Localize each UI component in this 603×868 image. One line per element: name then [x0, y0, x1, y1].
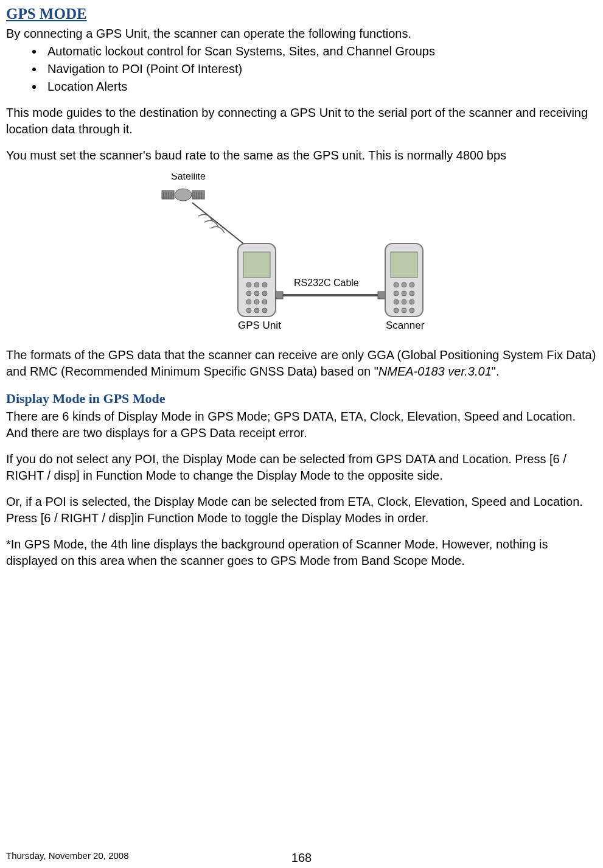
body-paragraph: You must set the scanner's baud rate to …: [6, 147, 597, 164]
svg-point-33: [402, 282, 406, 287]
svg-point-37: [410, 291, 414, 296]
svg-point-40: [410, 299, 414, 304]
section-heading: Display Mode in GPS Mode: [6, 390, 597, 408]
svg-point-16: [254, 282, 259, 287]
list-item: Location Alerts: [44, 79, 597, 95]
page-footer: Thursday, November 20, 2008 168: [6, 850, 597, 862]
svg-point-20: [262, 291, 267, 296]
gps-unit-label: GPS Unit: [238, 320, 281, 331]
footer-date: Thursday, November 20, 2008: [6, 850, 129, 861]
svg-point-39: [402, 299, 406, 304]
intro-paragraph: By connecting a GPS Unit, the scanner ca…: [6, 26, 597, 42]
text-run: The formats of the GPS data that the sca…: [6, 348, 596, 378]
svg-point-15: [246, 282, 251, 287]
svg-point-38: [394, 299, 399, 304]
page-title: GPS MODE: [6, 4, 597, 24]
svg-point-34: [410, 282, 414, 287]
list-item: Navigation to POI (Point Of Interest): [44, 61, 597, 77]
svg-point-23: [262, 299, 267, 304]
svg-point-36: [402, 291, 406, 296]
body-paragraph: This mode guides to the destination by c…: [6, 105, 597, 138]
svg-point-22: [254, 299, 259, 304]
svg-point-21: [246, 299, 251, 304]
svg-point-17: [262, 282, 267, 287]
svg-rect-14: [243, 252, 270, 278]
body-paragraph: If you do not select any POI, the Displa…: [6, 451, 597, 484]
satellite-icon: [162, 189, 204, 201]
svg-point-26: [262, 308, 267, 313]
svg-rect-31: [391, 252, 417, 278]
svg-point-25: [254, 308, 259, 313]
svg-rect-28: [276, 292, 283, 299]
satellite-label: Satellite: [171, 173, 206, 181]
feature-list: Automatic lockout control for Scan Syste…: [6, 43, 597, 95]
gps-unit-icon: [238, 243, 276, 317]
scanner-label: Scanner: [386, 320, 425, 331]
cable-label: RS232C Cable: [294, 278, 359, 288]
cable-icon: [276, 292, 385, 299]
body-paragraph: There are 6 kinds of Display Mode in GPS…: [6, 408, 597, 441]
body-paragraph: *In GPS Mode, the 4th line displays the …: [6, 536, 597, 569]
emphasis-text: NMEA-0183 ver.3.01: [378, 365, 492, 378]
gps-diagram-svg: Satellite GPS Unit: [141, 173, 463, 332]
svg-point-32: [394, 282, 399, 287]
svg-point-24: [246, 308, 251, 313]
list-item: Automatic lockout control for Scan Syste…: [44, 43, 597, 60]
page-number: 168: [291, 850, 312, 866]
scanner-icon: [385, 243, 423, 317]
svg-point-0: [175, 189, 192, 201]
svg-point-18: [246, 291, 251, 296]
body-paragraph: The formats of the GPS data that the sca…: [6, 347, 597, 380]
svg-point-35: [394, 291, 399, 296]
svg-point-42: [402, 308, 406, 313]
svg-point-19: [254, 291, 259, 296]
svg-rect-29: [378, 292, 385, 299]
gps-diagram: Satellite GPS Unit: [6, 173, 597, 336]
svg-point-41: [394, 308, 399, 313]
svg-point-43: [410, 308, 414, 313]
text-run: ".: [492, 365, 500, 378]
body-paragraph: Or, if a POI is selected, the Display Mo…: [6, 494, 597, 527]
